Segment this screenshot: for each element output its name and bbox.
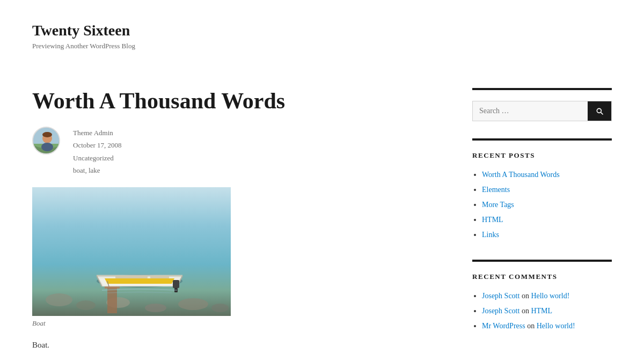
site-header: Twenty Sixteen Previewing Another WordPr…: [32, 0, 612, 67]
comment-link-2[interactable]: HTML: [531, 307, 552, 315]
recent-post-link-3[interactable]: More Tags: [482, 201, 514, 209]
comment-author-1[interactable]: Joseph Scott: [482, 292, 519, 300]
comment-meta-1: Joseph Scott on Hello world!: [482, 292, 569, 300]
recent-post-link-5[interactable]: Links: [482, 231, 499, 239]
list-item: Worth A Thousand Words: [482, 167, 612, 182]
comment-author-3[interactable]: Mr WordPress: [482, 322, 525, 330]
site-title: Twenty Sixteen: [32, 21, 612, 40]
svg-rect-14: [107, 286, 117, 313]
recent-posts-list: Worth A Thousand Words Elements More Tag…: [472, 167, 612, 242]
recent-posts-heading: Recent Posts: [472, 151, 612, 160]
svg-point-6: [41, 143, 53, 151]
recent-comments-list: Joseph Scott on Hello world! Joseph Scot…: [472, 289, 612, 334]
comment-meta-2: Joseph Scott on HTML: [482, 307, 552, 315]
recent-post-link-1[interactable]: Worth A Thousand Words: [482, 171, 560, 179]
post-meta: Theme Admin October 17, 2008 Uncategoriz…: [32, 127, 440, 177]
author-avatar: [32, 127, 60, 154]
svg-point-13: [211, 304, 229, 312]
post-date: October 17, 2008: [73, 139, 122, 151]
svg-rect-19: [173, 280, 179, 288]
recent-posts-divider: [472, 138, 612, 141]
search-input[interactable]: [473, 101, 588, 121]
svg-point-9: [76, 300, 96, 310]
comment-meta-3: Mr WordPress on Hello world!: [482, 322, 575, 330]
svg-rect-17: [115, 276, 148, 278]
list-item: More Tags: [482, 197, 612, 212]
recent-post-link-2[interactable]: Elements: [482, 186, 510, 194]
search-icon: [595, 107, 604, 115]
site-description: Previewing Another WordPress Blog: [32, 42, 612, 50]
post-image-area: Boat: [32, 187, 440, 328]
list-item: Links: [482, 227, 612, 242]
svg-point-12: [178, 298, 208, 310]
search-divider: [472, 88, 612, 90]
avatar-image: [33, 128, 60, 154]
comment-on-3: on: [527, 322, 537, 330]
list-item: HTML: [482, 212, 612, 227]
image-caption: Boat: [32, 319, 440, 328]
recent-comments-section: Recent Comments Joseph Scott on Hello wo…: [472, 260, 612, 334]
svg-point-8: [46, 293, 72, 306]
post-meta-info: Theme Admin October 17, 2008 Uncategoriz…: [73, 127, 122, 177]
list-item: Mr WordPress on Hello world!: [482, 319, 612, 334]
recent-comments-heading: Recent Comments: [472, 272, 612, 281]
comment-link-1[interactable]: Hello world!: [531, 292, 569, 300]
search-widget: [472, 88, 612, 121]
post-body: Boat.: [32, 338, 440, 352]
boat-scene-svg: [32, 187, 231, 316]
comment-author-2[interactable]: Joseph Scott: [482, 307, 519, 315]
svg-rect-18: [150, 276, 169, 278]
boat-image-container: [32, 187, 231, 316]
comment-on-1: on: [522, 292, 531, 300]
list-item: Joseph Scott on HTML: [482, 304, 612, 319]
post-category: Uncategorized: [73, 152, 122, 164]
post-title: Worth A Thousand Words: [32, 88, 440, 114]
recent-comments-divider: [472, 260, 612, 262]
author-name: Theme Admin: [73, 127, 122, 139]
sidebar: Recent Posts Worth A Thousand Words Elem…: [472, 88, 612, 352]
search-button[interactable]: [588, 101, 611, 121]
main-content: Worth A Thousand Words: [32, 88, 440, 352]
post-article: Worth A Thousand Words: [32, 88, 440, 352]
search-box-wrapper: [472, 101, 612, 121]
svg-point-5: [42, 132, 52, 137]
recent-post-link-4[interactable]: HTML: [482, 216, 503, 224]
list-item: Elements: [482, 182, 612, 197]
recent-posts-section: Recent Posts Worth A Thousand Words Elem…: [472, 138, 612, 242]
comment-link-3[interactable]: Hello world!: [537, 322, 575, 330]
svg-point-11: [145, 304, 166, 312]
comment-on-2: on: [522, 307, 531, 315]
list-item: Joseph Scott on Hello world!: [482, 289, 612, 304]
post-tags: boat, lake: [73, 164, 122, 176]
